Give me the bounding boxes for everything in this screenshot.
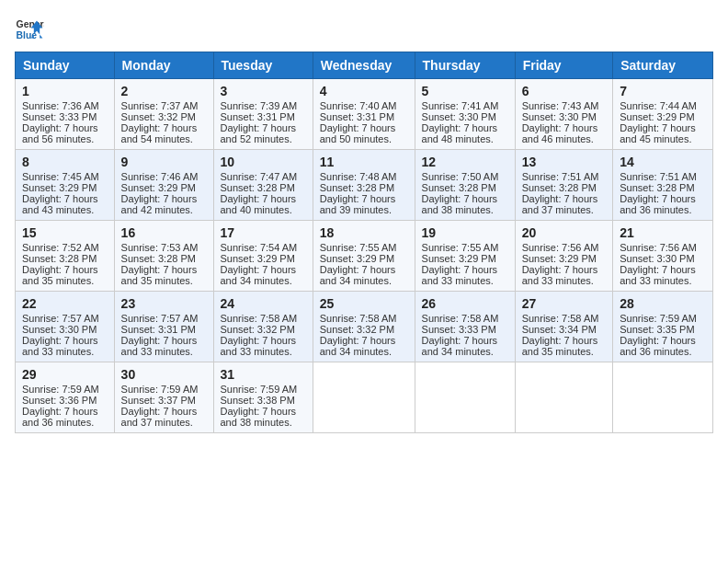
sunrise-label: Sunrise: 7:59 AM [221,384,298,395]
daylight-label: Daylight: 7 hours and 36 minutes. [22,406,98,428]
calendar-cell: 21Sunrise: 7:56 AMSunset: 3:30 PMDayligh… [613,221,713,292]
day-number: 2 [121,84,207,98]
calendar-cell: 31Sunrise: 7:59 AMSunset: 3:38 PMDayligh… [213,362,313,433]
day-number: 19 [422,225,508,240]
calendar-week-2: 8Sunrise: 7:45 AMSunset: 3:29 PMDaylight… [16,150,713,221]
sunset-label: Sunset: 3:37 PM [121,395,196,406]
daylight-label: Daylight: 7 hours and 45 minutes. [620,122,696,144]
logo-icon: General Blue [15,15,44,44]
daylight-label: Daylight: 7 hours and 50 minutes. [320,122,396,144]
daylight-label: Daylight: 7 hours and 35 minutes. [22,264,98,286]
daylight-label: Daylight: 7 hours and 36 minutes. [620,193,696,215]
calendar-cell: 27Sunrise: 7:58 AMSunset: 3:34 PMDayligh… [515,292,613,362]
day-number: 18 [320,225,408,240]
day-number: 17 [221,225,306,240]
calendar-cell: 17Sunrise: 7:54 AMSunset: 3:29 PMDayligh… [213,221,313,292]
sunset-label: Sunset: 3:28 PM [22,253,97,264]
calendar-cell: 6Sunrise: 7:43 AMSunset: 3:30 PMDaylight… [515,79,613,150]
day-number: 27 [522,296,607,311]
calendar-cell: 29Sunrise: 7:59 AMSunset: 3:36 PMDayligh… [16,362,115,433]
daylight-label: Daylight: 7 hours and 38 minutes. [221,406,297,428]
sunrise-label: Sunrise: 7:58 AM [221,313,298,324]
calendar-week-5: 29Sunrise: 7:59 AMSunset: 3:36 PMDayligh… [16,362,713,433]
day-header-thursday: Thursday [415,52,515,79]
sunrise-label: Sunrise: 7:57 AM [22,313,99,324]
calendar-cell: 19Sunrise: 7:55 AMSunset: 3:29 PMDayligh… [415,221,515,292]
day-number: 3 [221,84,306,98]
sunrise-label: Sunrise: 7:40 AM [320,100,397,111]
sunset-label: Sunset: 3:29 PM [121,182,196,193]
calendar-week-4: 22Sunrise: 7:57 AMSunset: 3:30 PMDayligh… [16,292,713,362]
sunset-label: Sunset: 3:28 PM [620,182,694,193]
sunset-label: Sunset: 3:30 PM [422,111,496,122]
sunset-label: Sunset: 3:29 PM [522,253,597,264]
calendar-cell: 18Sunrise: 7:55 AMSunset: 3:29 PMDayligh… [313,221,415,292]
day-number: 26 [422,296,508,311]
daylight-label: Daylight: 7 hours and 33 minutes. [221,335,297,357]
day-header-wednesday: Wednesday [313,52,415,79]
sunrise-label: Sunrise: 7:52 AM [22,242,99,253]
calendar-cell: 9Sunrise: 7:46 AMSunset: 3:29 PMDaylight… [114,150,213,221]
sunset-label: Sunset: 3:29 PM [22,182,97,193]
daylight-label: Daylight: 7 hours and 39 minutes. [320,193,396,215]
day-number: 20 [522,225,607,240]
calendar-body: 1Sunrise: 7:36 AMSunset: 3:33 PMDaylight… [16,79,713,433]
calendar-cell: 25Sunrise: 7:58 AMSunset: 3:32 PMDayligh… [313,292,415,362]
daylight-label: Daylight: 7 hours and 36 minutes. [620,335,696,357]
day-number: 22 [22,296,108,311]
daylight-label: Daylight: 7 hours and 34 minutes. [221,264,297,286]
calendar-cell: 22Sunrise: 7:57 AMSunset: 3:30 PMDayligh… [16,292,115,362]
sunrise-label: Sunrise: 7:51 AM [522,171,599,182]
calendar-cell: 5Sunrise: 7:41 AMSunset: 3:30 PMDaylight… [415,79,515,150]
sunrise-label: Sunrise: 7:57 AM [121,313,199,324]
sunset-label: Sunset: 3:38 PM [221,395,295,406]
calendar-cell: 10Sunrise: 7:47 AMSunset: 3:28 PMDayligh… [213,150,313,221]
daylight-label: Daylight: 7 hours and 33 minutes. [121,335,198,357]
sunset-label: Sunset: 3:29 PM [422,253,496,264]
day-header-monday: Monday [114,52,213,79]
calendar-cell: 28Sunrise: 7:59 AMSunset: 3:35 PMDayligh… [613,292,713,362]
day-number: 25 [320,296,408,311]
calendar-cell: 15Sunrise: 7:52 AMSunset: 3:28 PMDayligh… [16,221,115,292]
day-number: 5 [422,84,508,98]
calendar-cell [415,362,515,433]
calendar-cell: 14Sunrise: 7:51 AMSunset: 3:28 PMDayligh… [613,150,713,221]
sunset-label: Sunset: 3:29 PM [620,111,694,122]
day-number: 10 [221,155,306,169]
logo: General Blue [15,15,44,44]
day-number: 4 [320,84,408,98]
daylight-label: Daylight: 7 hours and 42 minutes. [121,193,198,215]
day-number: 6 [522,84,607,98]
sunset-label: Sunset: 3:31 PM [121,324,196,335]
calendar-week-1: 1Sunrise: 7:36 AMSunset: 3:33 PMDaylight… [16,79,713,150]
day-header-friday: Friday [515,52,613,79]
day-number: 28 [620,296,706,311]
sunset-label: Sunset: 3:33 PM [422,324,496,335]
sunrise-label: Sunrise: 7:56 AM [620,242,697,253]
daylight-label: Daylight: 7 hours and 34 minutes. [320,264,396,286]
daylight-label: Daylight: 7 hours and 33 minutes. [422,264,498,286]
daylight-label: Daylight: 7 hours and 54 minutes. [121,122,198,144]
day-number: 21 [620,225,706,240]
calendar-cell: 24Sunrise: 7:58 AMSunset: 3:32 PMDayligh… [213,292,313,362]
sunset-label: Sunset: 3:30 PM [22,324,97,335]
daylight-label: Daylight: 7 hours and 43 minutes. [22,193,98,215]
sunrise-label: Sunrise: 7:58 AM [320,313,397,324]
calendar-header-row: SundayMondayTuesdayWednesdayThursdayFrid… [16,52,713,79]
calendar-cell: 4Sunrise: 7:40 AMSunset: 3:31 PMDaylight… [313,79,415,150]
calendar-table: SundayMondayTuesdayWednesdayThursdayFrid… [15,52,713,433]
sunrise-label: Sunrise: 7:54 AM [221,242,298,253]
calendar-cell [515,362,613,433]
sunset-label: Sunset: 3:35 PM [620,324,694,335]
sunrise-label: Sunrise: 7:44 AM [620,100,697,111]
calendar-cell: 20Sunrise: 7:56 AMSunset: 3:29 PMDayligh… [515,221,613,292]
sunrise-label: Sunrise: 7:58 AM [522,313,599,324]
daylight-label: Daylight: 7 hours and 37 minutes. [522,193,598,215]
sunset-label: Sunset: 3:30 PM [620,253,694,264]
day-number: 24 [221,296,306,311]
day-header-tuesday: Tuesday [213,52,313,79]
sunrise-label: Sunrise: 7:43 AM [522,100,599,111]
sunrise-label: Sunrise: 7:59 AM [121,384,199,395]
sunrise-label: Sunrise: 7:36 AM [22,100,99,111]
sunrise-label: Sunrise: 7:55 AM [320,242,397,253]
